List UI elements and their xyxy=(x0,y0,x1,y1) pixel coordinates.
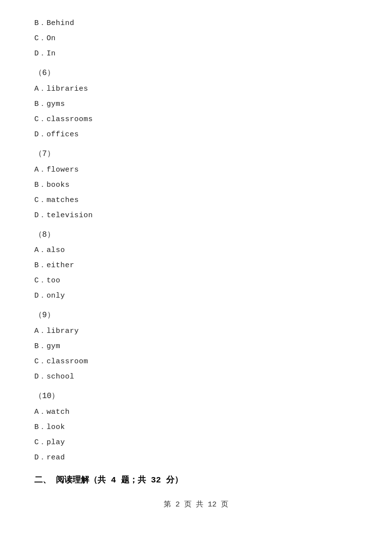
option-d-in: D．In xyxy=(34,47,358,60)
question-8: （8） A．also B．either C．too D．only xyxy=(34,228,358,303)
question-6: （6） A．libraries B．gyms C．classrooms D．of… xyxy=(34,66,358,141)
section-two-title: 二、 阅读理解（共 4 题；共 32 分） xyxy=(34,473,358,488)
option-c-on: C．On xyxy=(34,32,358,45)
option-b-behind: B．Behind xyxy=(34,17,358,30)
question-10: （10） A．watch B．look C．play D．read xyxy=(34,389,358,464)
question-9: （9） A．library B．gym C．classroom D．school xyxy=(34,308,358,383)
question-7: （7） A．flowers B．books C．matches D．televi… xyxy=(34,147,358,222)
page-footer: 第 2 页 共 12 页 xyxy=(34,498,358,511)
